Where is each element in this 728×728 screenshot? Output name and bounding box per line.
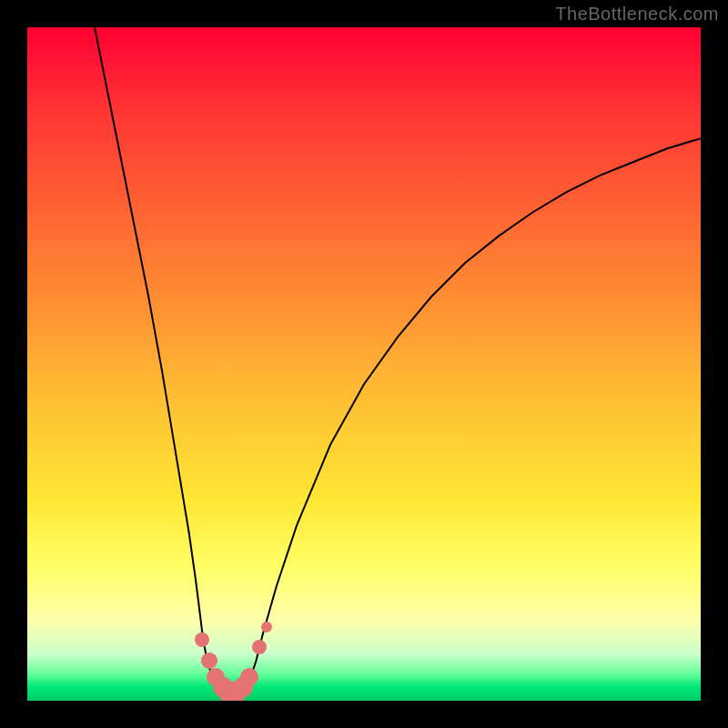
trough-marker [252, 640, 267, 654]
attribution-text: TheBottleneck.com [555, 4, 719, 25]
trough-marker [201, 652, 217, 669]
bottleneck-curve [95, 27, 701, 694]
trough-marker [195, 632, 209, 647]
curve-layer [27, 27, 701, 701]
trough-marker [261, 622, 272, 632]
trough-marker [240, 668, 258, 686]
plot-area [27, 27, 701, 701]
chart-frame: TheBottleneck.com [0, 0, 728, 728]
